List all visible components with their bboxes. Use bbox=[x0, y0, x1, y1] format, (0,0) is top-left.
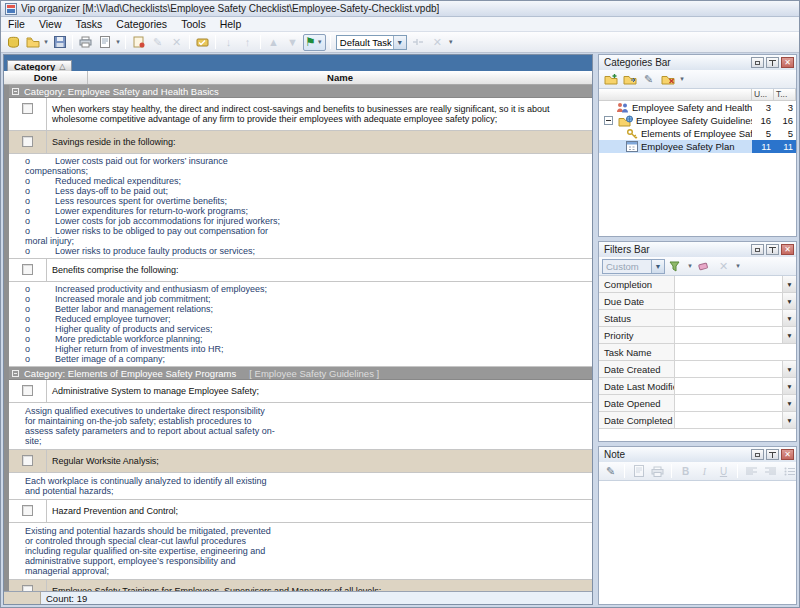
task-note[interactable]: Assign qualified executives to undertake… bbox=[9, 403, 592, 450]
filter-value-cell[interactable] bbox=[675, 395, 782, 411]
note-text-area[interactable] bbox=[599, 481, 796, 604]
task-row[interactable]: Benefits comprise the following: bbox=[9, 259, 592, 282]
collapse-icon[interactable] bbox=[12, 370, 19, 377]
task-row[interactable]: Regular Worksite Analysis; bbox=[9, 450, 592, 473]
column-header-name[interactable]: Name bbox=[88, 71, 592, 84]
bullet-list-button[interactable] bbox=[781, 463, 797, 479]
task-template-combobox[interactable]: Default Task ▼ bbox=[336, 35, 407, 50]
italic-button[interactable]: I bbox=[696, 463, 713, 479]
filter-value-cell[interactable] bbox=[675, 378, 782, 394]
filter-dropdown-button[interactable]: ▼ bbox=[782, 395, 796, 411]
filter-value-cell[interactable] bbox=[675, 293, 782, 309]
panel-close-button[interactable]: ✕ bbox=[781, 57, 794, 68]
delete-category-button[interactable] bbox=[659, 71, 676, 87]
filter-preset-combobox[interactable]: Custom ▼ bbox=[602, 259, 665, 274]
task-checkbox[interactable] bbox=[22, 103, 33, 114]
open-dropdown-caret[interactable]: ▾ bbox=[42, 38, 50, 46]
flag-dropdown-caret[interactable]: ▾ bbox=[316, 38, 324, 46]
new-subcategory-button[interactable] bbox=[621, 71, 638, 87]
combobox-caret[interactable]: ▼ bbox=[651, 260, 664, 273]
menu-help[interactable]: Help bbox=[213, 18, 249, 30]
task-note[interactable]: Each workplace is continually analyzed t… bbox=[9, 473, 592, 500]
filter-value-cell[interactable] bbox=[675, 310, 782, 326]
combobox-caret[interactable]: ▼ bbox=[393, 36, 406, 49]
column-header-done[interactable]: Done bbox=[4, 71, 88, 84]
task-note[interactable]: Existing and potential hazards should be… bbox=[9, 523, 592, 580]
tree-row[interactable]: Employee Safety and Health Basics 3 3 bbox=[599, 101, 796, 114]
new-database-button[interactable] bbox=[4, 33, 23, 51]
apply-filter-button[interactable] bbox=[667, 258, 684, 274]
tree-row[interactable]: Elements of Employee Safety Programs 5 5 bbox=[599, 127, 796, 140]
tree-row-selected[interactable]: Employee Safety Plan 11 11 bbox=[599, 140, 796, 153]
align-left-button[interactable] bbox=[743, 463, 760, 479]
underline-button[interactable]: U bbox=[715, 463, 732, 479]
filter-dropdown-button[interactable]: ▼ bbox=[782, 412, 796, 428]
task-row[interactable]: Administrative System to manage Employee… bbox=[9, 380, 592, 403]
filter-value-cell[interactable] bbox=[675, 412, 782, 428]
task-checkbox[interactable] bbox=[22, 505, 33, 516]
panel-maximize-button[interactable] bbox=[751, 449, 764, 460]
bold-button[interactable]: B bbox=[677, 463, 694, 479]
open-database-button[interactable] bbox=[23, 33, 42, 51]
collapse-icon[interactable] bbox=[12, 88, 19, 95]
new-task-button[interactable] bbox=[129, 33, 148, 51]
filter-apply-caret[interactable]: ▾ bbox=[686, 262, 694, 270]
menu-categories[interactable]: Categories bbox=[109, 18, 174, 30]
move-down-button[interactable]: ↓ bbox=[219, 33, 238, 51]
print-note-button[interactable] bbox=[649, 463, 666, 479]
filter-value-cell[interactable] bbox=[675, 327, 782, 343]
panel-pin-button[interactable] bbox=[766, 244, 779, 255]
menu-view[interactable]: View bbox=[32, 18, 69, 30]
category-section-row[interactable]: Category: Employee Safety and Health Bas… bbox=[4, 85, 592, 98]
filter-value-cell[interactable] bbox=[675, 361, 782, 377]
menu-tasks[interactable]: Tasks bbox=[69, 18, 110, 30]
filters-toolbar-overflow-caret[interactable]: ▾ bbox=[734, 262, 742, 270]
panel-maximize-button[interactable] bbox=[751, 244, 764, 255]
filter-value-cell[interactable] bbox=[675, 276, 782, 292]
move-up-button[interactable]: ↑ bbox=[238, 33, 257, 51]
expand-all-button[interactable]: ▼ bbox=[283, 33, 302, 51]
task-checkbox[interactable] bbox=[22, 136, 33, 147]
edit-task-button[interactable]: ✎ bbox=[148, 33, 167, 51]
apply-template-button[interactable] bbox=[409, 33, 428, 51]
tree-row[interactable]: Employee Safety Guidelines 16 16 bbox=[599, 114, 796, 127]
filter-dropdown-button[interactable]: ▼ bbox=[782, 276, 796, 292]
cancel-button[interactable]: ✕ bbox=[428, 33, 447, 51]
print-preview-button[interactable] bbox=[95, 33, 114, 51]
insert-note-button[interactable] bbox=[630, 463, 647, 479]
task-row[interactable]: Employee Safety Trainings for Employees,… bbox=[9, 580, 592, 591]
task-note-bullets[interactable]: oLower costs paid out for workers’ insur… bbox=[9, 154, 592, 259]
edit-note-button[interactable]: ✎ bbox=[602, 463, 619, 479]
new-category-button[interactable] bbox=[602, 71, 619, 87]
print-button[interactable] bbox=[76, 33, 95, 51]
tree-header-name-column[interactable] bbox=[599, 89, 752, 100]
collapse-all-button[interactable]: ▲ bbox=[264, 33, 283, 51]
align-right-button[interactable] bbox=[762, 463, 779, 479]
tree-header-total-column[interactable]: T... bbox=[774, 89, 796, 100]
panel-maximize-button[interactable] bbox=[751, 57, 764, 68]
complete-task-button[interactable] bbox=[193, 33, 212, 51]
task-row[interactable]: When workers stay healthy, the direct an… bbox=[9, 98, 592, 131]
edit-category-button[interactable]: ✎ bbox=[640, 71, 657, 87]
menu-file[interactable]: File bbox=[1, 18, 32, 30]
categories-toolbar-overflow-caret[interactable]: ▾ bbox=[678, 75, 686, 83]
menu-tools[interactable]: Tools bbox=[174, 18, 213, 30]
filter-dropdown-button[interactable]: ▼ bbox=[782, 378, 796, 394]
tree-collapse-box[interactable] bbox=[604, 116, 613, 125]
filter-dropdown-button[interactable]: ▼ bbox=[782, 361, 796, 377]
task-row[interactable]: Hazard Prevention and Control; bbox=[9, 500, 592, 523]
task-checkbox[interactable] bbox=[22, 455, 33, 466]
filter-dropdown-button[interactable]: ▼ bbox=[782, 327, 796, 343]
task-row[interactable]: Savings reside in the following: bbox=[9, 131, 592, 154]
panel-pin-button[interactable] bbox=[766, 449, 779, 460]
delete-filter-button[interactable]: ✕ bbox=[715, 258, 732, 274]
tree-header-uncompleted-column[interactable]: U... bbox=[752, 89, 774, 100]
panel-pin-button[interactable] bbox=[766, 57, 779, 68]
delete-task-button[interactable]: ✕ bbox=[167, 33, 186, 51]
panel-close-button[interactable]: ✕ bbox=[781, 449, 794, 460]
task-note-bullets[interactable]: oIncreased productivity and enthusiasm o… bbox=[9, 282, 592, 367]
panel-close-button[interactable]: ✕ bbox=[781, 244, 794, 255]
category-section-row[interactable]: Category: Elements of Employee Safety Pr… bbox=[4, 367, 592, 380]
filter-dropdown-button[interactable]: ▼ bbox=[782, 293, 796, 309]
filter-value-cell[interactable] bbox=[675, 344, 796, 360]
